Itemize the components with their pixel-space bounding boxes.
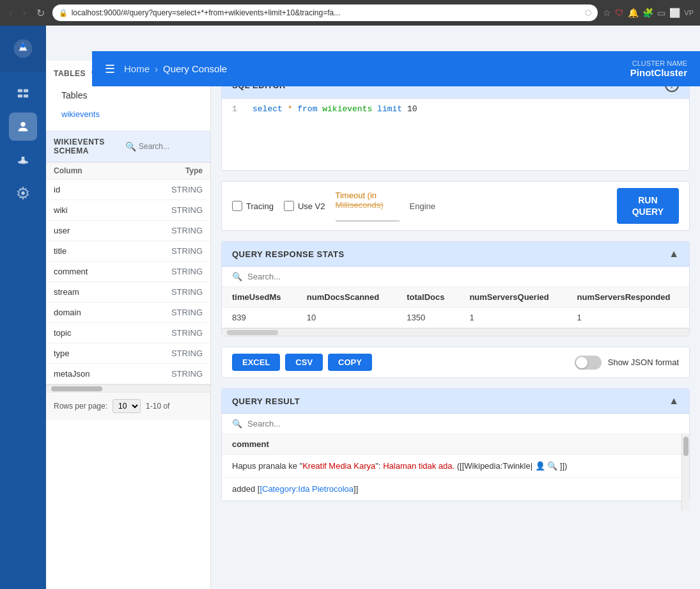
schema-row: metaJsonSTRING bbox=[46, 364, 210, 384]
line-number-1: 1 bbox=[232, 104, 242, 114]
svg-rect-4 bbox=[18, 95, 22, 98]
stats-data-row: 839 10 1350 1 1 bbox=[222, 308, 689, 328]
nav-item-hat[interactable] bbox=[9, 146, 37, 174]
json-toggle-switch[interactable] bbox=[575, 356, 602, 370]
schema-search-input[interactable] bbox=[139, 142, 203, 151]
sql-limit-value: 10 bbox=[407, 104, 417, 114]
timeout-group: Timeout (in Milliseconds) bbox=[336, 191, 400, 221]
schema-col-type: STRING bbox=[171, 185, 203, 194]
reload-button[interactable]: ↻ bbox=[34, 4, 47, 22]
results-card: QUERY RESULT ▲ 🔍 comment Hapus pranala k… bbox=[221, 388, 690, 501]
stats-table: timeUsedMs numDocsScanned totalDocs numS… bbox=[222, 287, 689, 328]
stat-servers-queried-value: 1 bbox=[459, 308, 566, 328]
results-vertical-scrollbar[interactable] bbox=[681, 434, 689, 511]
wikievents-link[interactable]: wikievents bbox=[54, 106, 203, 123]
profile-icon[interactable]: ▭ bbox=[657, 8, 665, 18]
extensions-icon[interactable]: 🧩 bbox=[642, 8, 653, 18]
breadcrumb-current: Query Console bbox=[163, 63, 227, 74]
result-link-1[interactable]: Kreatif Media Karya bbox=[302, 461, 375, 471]
results-scrollbar-thumb bbox=[683, 437, 688, 456]
stat-total-value: 1350 bbox=[396, 308, 459, 328]
results-collapse-button[interactable]: ▲ bbox=[669, 395, 679, 407]
forward-button[interactable]: › bbox=[20, 4, 28, 21]
layout-wrapper: TABLES 🔍 Tables wikievents WIKIEVENTS SC… bbox=[46, 61, 700, 589]
excel-button[interactable]: EXCEL bbox=[232, 354, 280, 371]
stats-title: QUERY RESPONSE STATS bbox=[232, 249, 345, 259]
json-toggle-label: Show JSON format bbox=[608, 357, 679, 367]
results-column-header: comment bbox=[222, 434, 689, 455]
col-header-column: Column bbox=[54, 166, 185, 175]
sql-editor-body[interactable]: 1 select * from wikievents limit 10 bbox=[222, 99, 689, 170]
schema-col-name: stream bbox=[54, 287, 171, 297]
stats-horizontal-scrollbar[interactable] bbox=[222, 328, 689, 336]
logo-svg bbox=[13, 38, 33, 59]
header-right: CLUSTER NAME PinotCluster bbox=[630, 59, 687, 78]
schema-row: topicSTRING bbox=[46, 323, 210, 343]
nav-item-cluster[interactable] bbox=[9, 79, 37, 107]
tables-heading-item: Tables bbox=[54, 85, 203, 106]
copy-button[interactable]: COPY bbox=[328, 354, 372, 371]
results-title: QUERY RESULT bbox=[232, 397, 300, 406]
svg-point-9 bbox=[21, 191, 25, 195]
tracing-checkbox[interactable] bbox=[232, 201, 242, 211]
results-search-icon: 🔍 bbox=[232, 419, 242, 428]
schema-col-name: wiki bbox=[54, 205, 171, 215]
breadcrumb: Home › Query Console bbox=[124, 63, 227, 74]
schema-col-name: comment bbox=[54, 267, 171, 276]
tab-icon[interactable]: ⬜ bbox=[669, 8, 680, 18]
schema-row: domainSTRING bbox=[46, 302, 210, 323]
results-search-bar: 🔍 bbox=[222, 414, 689, 434]
schema-col-name: topic bbox=[54, 328, 171, 338]
schema-col-type: STRING bbox=[171, 246, 203, 256]
alert-icon[interactable]: 🔔 bbox=[628, 8, 639, 18]
nav-sidebar bbox=[0, 26, 46, 589]
stat-time-value: 839 bbox=[222, 308, 297, 328]
schema-col-name: title bbox=[54, 246, 171, 256]
schema-col-type: STRING bbox=[171, 205, 203, 215]
run-query-button[interactable]: RUN QUERY bbox=[617, 188, 679, 224]
shield-icon[interactable]: 🛡 bbox=[615, 8, 624, 18]
stats-search-input[interactable] bbox=[247, 272, 679, 281]
svg-point-8 bbox=[21, 157, 25, 159]
breadcrumb-home[interactable]: Home bbox=[124, 63, 150, 74]
stat-docs-value: 10 bbox=[297, 308, 396, 328]
schema-header-row: WIKIEVENTS SCHEMA 🔍 bbox=[46, 131, 210, 162]
stats-col-docs: numDocsScanned bbox=[297, 287, 396, 308]
menu-button[interactable]: ☰ bbox=[105, 62, 115, 76]
nav-item-users[interactable] bbox=[9, 113, 37, 141]
left-panel: TABLES 🔍 Tables wikievents WIKIEVENTS SC… bbox=[46, 61, 211, 589]
sql-from-kw: from bbox=[297, 104, 317, 114]
schema-row: userSTRING bbox=[46, 221, 210, 241]
query-options-bar: Tracing Use V2 Timeout (in Milliseconds)… bbox=[221, 181, 690, 231]
action-buttons-bar: EXCEL CSV COPY Show JSON format bbox=[221, 347, 690, 378]
top-header: ☰ Home › Query Console CLUSTER NAME Pino… bbox=[92, 51, 700, 86]
csv-button[interactable]: CSV bbox=[285, 354, 323, 371]
cluster-label: CLUSTER NAME bbox=[630, 59, 687, 67]
schema-col-type: STRING bbox=[171, 369, 203, 379]
rows-per-page-select[interactable]: 10 25 50 bbox=[113, 399, 141, 413]
timeout-input[interactable] bbox=[336, 211, 400, 221]
schema-horizontal-scrollbar[interactable] bbox=[46, 384, 210, 392]
schema-row: typeSTRING bbox=[46, 343, 210, 364]
tables-label: TABLES bbox=[54, 69, 86, 78]
result-link-2[interactable]: [Category:Ida Pietrocoloa bbox=[260, 484, 354, 494]
nav-item-settings[interactable] bbox=[9, 179, 37, 207]
results-search-input[interactable] bbox=[247, 419, 679, 428]
stats-collapse-button[interactable]: ▲ bbox=[669, 248, 679, 260]
url-text: localhost:9000/#/query?query=select+*+fr… bbox=[72, 8, 582, 17]
schema-col-name: metaJson bbox=[54, 369, 171, 379]
schema-scrollbar-thumb bbox=[51, 386, 102, 391]
right-panel: SQL EDITOR ? 1 select * from wikievents bbox=[211, 61, 700, 589]
address-bar[interactable]: 🔒 localhost:9000/#/query?query=select+*+… bbox=[52, 4, 598, 21]
schema-search-icon: 🔍 bbox=[125, 141, 136, 152]
schema-col-name: user bbox=[54, 226, 171, 235]
use-v2-checkbox[interactable] bbox=[284, 201, 294, 211]
toggle-knob bbox=[576, 357, 587, 368]
breadcrumb-separator: › bbox=[155, 63, 158, 74]
timeout-label-1: Timeout (in bbox=[336, 191, 400, 200]
back-button[interactable]: ‹ bbox=[6, 4, 15, 21]
schema-title: WIKIEVENTS SCHEMA bbox=[54, 137, 125, 155]
bookmark-button[interactable]: ☆ bbox=[603, 8, 611, 18]
schema-title-group: WIKIEVENTS SCHEMA bbox=[54, 137, 125, 155]
rows-per-page-label: Rows per page: bbox=[54, 402, 107, 411]
